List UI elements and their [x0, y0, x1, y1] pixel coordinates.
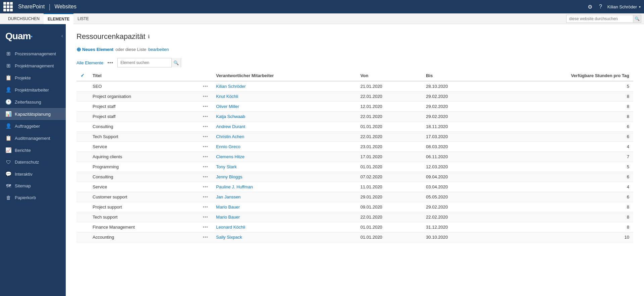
row-dots[interactable]: •••: [199, 172, 212, 182]
global-search-button[interactable]: 🔍: [633, 15, 641, 23]
sidebar-item-auditmanagement[interactable]: 📋 Auditmanagement: [0, 132, 66, 144]
row-dots[interactable]: •••: [199, 132, 212, 142]
list-toolbar-dots[interactable]: •••: [107, 60, 113, 65]
edit-list-link[interactable]: bearbeiten: [148, 47, 169, 52]
data-table: ✓ Titel Verantwortlicher Mitarbeiter Von…: [76, 70, 633, 242]
row-person[interactable]: Leonard Köchli: [212, 222, 356, 232]
row-check[interactable]: [76, 132, 89, 142]
sidebar-item-kapazitaetsplanung[interactable]: 📊 Kapazitätsplanung: [0, 108, 66, 120]
row-check[interactable]: [76, 92, 89, 102]
row-check[interactable]: [76, 172, 89, 182]
settings-icon[interactable]: ⚙: [586, 2, 594, 11]
row-dots[interactable]: •••: [199, 212, 212, 222]
tab-durchsuchen[interactable]: DURCHSUCHEN: [4, 13, 44, 24]
row-dots[interactable]: •••: [199, 162, 212, 172]
sidebar-item-auftraggeber[interactable]: 👤 Auftraggeber: [0, 120, 66, 132]
row-check[interactable]: [76, 182, 89, 192]
sitemap-icon: 🗺: [5, 183, 11, 189]
list-search-button[interactable]: 🔍: [171, 58, 181, 67]
row-check[interactable]: [76, 232, 89, 242]
global-search-input[interactable]: [566, 15, 633, 23]
row-person[interactable]: Mario Bauer: [212, 202, 356, 212]
row-person[interactable]: Pauline J. Huffman: [212, 182, 356, 192]
table-row: Project support ••• Mario Bauer 09.01.20…: [76, 202, 633, 212]
sidebar-logo: Quam ●: [0, 24, 66, 45]
row-dots[interactable]: •••: [199, 202, 212, 212]
new-element-button[interactable]: ⊕ Neues Element: [76, 46, 113, 53]
col-header-stunden: Verfügbare Stunden pro Tag: [488, 70, 633, 81]
sidebar-collapse-button[interactable]: ‹: [59, 32, 66, 40]
interaktiv-icon: 💬: [5, 171, 11, 177]
row-dots[interactable]: •••: [199, 232, 212, 242]
row-dots[interactable]: •••: [199, 222, 212, 232]
list-search: 🔍: [117, 58, 181, 67]
sidebar-item-projektmanagement[interactable]: ⊞ Projektmanagement: [0, 60, 66, 72]
projektmanagement-label: Projektmanagement: [15, 63, 54, 68]
sidebar-item-sitemap[interactable]: 🗺 Sitemap: [0, 180, 66, 192]
row-check[interactable]: [76, 212, 89, 222]
row-person[interactable]: Andrew Durant: [212, 122, 356, 132]
list-view-name[interactable]: Alle Elemente: [76, 60, 103, 65]
projektmitarbeiter-label: Projektmitarbeiter: [15, 87, 49, 93]
row-person[interactable]: Katja Schwaab: [212, 112, 356, 122]
row-check[interactable]: [76, 122, 89, 132]
list-search-input[interactable]: [118, 60, 171, 65]
row-person[interactable]: Sally Sixpack: [212, 232, 356, 242]
col-header-verantwortlicher: Verantwortlicher Mitarbeiter: [212, 70, 356, 81]
sidebar-item-datenschutz[interactable]: 🛡 Datenschutz: [0, 156, 66, 168]
sidebar-item-interaktiv[interactable]: 💬 Interaktiv: [0, 168, 66, 180]
projekte-icon: 📋: [5, 75, 11, 81]
row-dots[interactable]: •••: [199, 152, 212, 162]
row-dots[interactable]: •••: [199, 112, 212, 122]
user-menu[interactable]: Kilian Schröder ▾: [607, 4, 641, 9]
tab-elemente[interactable]: ELEMENTE: [44, 13, 73, 24]
row-dots[interactable]: •••: [199, 182, 212, 192]
row-check[interactable]: [76, 81, 89, 92]
table-row: Consulting ••• Jenny Bloggs 07.02.2020 0…: [76, 172, 633, 182]
sidebar-item-berichte[interactable]: 📈 Berichte: [0, 144, 66, 156]
tab-liste[interactable]: LISTE: [73, 13, 93, 24]
row-von: 22.01.2020: [357, 92, 422, 102]
row-person[interactable]: Jenny Bloggs: [212, 172, 356, 182]
help-icon[interactable]: ?: [598, 2, 603, 11]
row-check[interactable]: [76, 202, 89, 212]
sidebar-item-zeiterfassung[interactable]: 🕐 Zeiterfassung: [0, 96, 66, 108]
page-info-icon[interactable]: ℹ: [148, 34, 150, 39]
row-person[interactable]: Kilian Schröder: [212, 81, 356, 92]
sidebar-item-papierkorb[interactable]: 🗑 Papierkorb: [0, 192, 66, 203]
sidebar-item-projektmitarbeiter[interactable]: 👤 Projektmitarbeiter: [0, 84, 66, 96]
row-dots[interactable]: •••: [199, 92, 212, 102]
row-title: Accounting: [89, 232, 199, 242]
row-check[interactable]: [76, 162, 89, 172]
row-dots[interactable]: •••: [199, 81, 212, 92]
projekte-label: Projekte: [15, 75, 31, 80]
row-person[interactable]: Clemens Hitze: [212, 152, 356, 162]
row-person[interactable]: Christin Achen: [212, 132, 356, 142]
logo-text: Quam: [5, 31, 31, 42]
row-dots[interactable]: •••: [199, 192, 212, 202]
row-check[interactable]: [76, 102, 89, 112]
row-check[interactable]: [76, 112, 89, 122]
row-dots[interactable]: •••: [199, 142, 212, 152]
row-person[interactable]: Tony Stark: [212, 162, 356, 172]
row-check[interactable]: [76, 222, 89, 232]
sidebar-item-prozessmanagement[interactable]: ⊞ Prozessmanagement: [0, 48, 66, 60]
row-dots[interactable]: •••: [199, 102, 212, 112]
row-stunden: 10: [488, 232, 633, 242]
row-title: Project support: [89, 202, 199, 212]
row-check[interactable]: [76, 142, 89, 152]
row-dots[interactable]: •••: [199, 122, 212, 132]
table-body: SEO ••• Kilian Schröder 21.01.2020 28.10…: [76, 81, 633, 242]
user-chevron-icon: ▾: [639, 5, 641, 9]
row-person[interactable]: Knut Köchli: [212, 92, 356, 102]
row-check[interactable]: [76, 192, 89, 202]
user-name: Kilian Schröder: [607, 4, 637, 9]
row-person[interactable]: Jan Janssen: [212, 192, 356, 202]
row-person[interactable]: Mario Bauer: [212, 212, 356, 222]
sidebar-item-projekte[interactable]: 📋 Projekte: [0, 72, 66, 84]
row-check[interactable]: [76, 152, 89, 162]
row-stunden: 8: [488, 92, 633, 102]
row-person[interactable]: Ennio Greco: [212, 142, 356, 152]
row-person[interactable]: Oliver Miller: [212, 102, 356, 112]
app-grid-button[interactable]: [3, 2, 13, 11]
